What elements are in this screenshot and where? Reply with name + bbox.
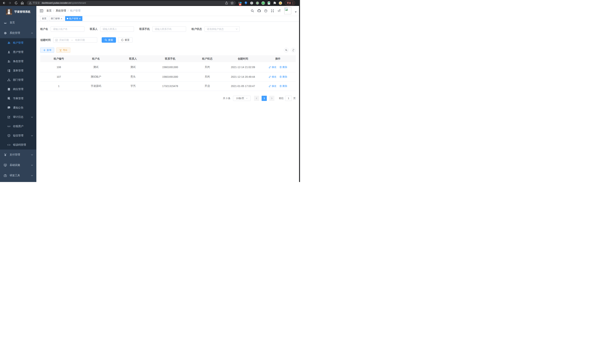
browser-menu-icon[interactable]: [293, 2, 293, 4]
browser-forward-icon[interactable]: [8, 1, 12, 5]
sidebar-item-menus[interactable]: 菜单管理: [0, 66, 36, 75]
user-avatar[interactable]: [284, 7, 291, 14]
goto-page-input[interactable]: [285, 96, 292, 101]
breadcrumb-home[interactable]: 首页: [46, 9, 52, 12]
browser-update-button[interactable]: 更新: [285, 1, 295, 5]
create-time-range-picker[interactable]: 开始日期 - 结束日期: [53, 37, 97, 43]
menu-tree-icon: [7, 69, 10, 72]
delete-button[interactable]: 删除: [279, 75, 287, 78]
tab-tenant[interactable]: 租户管理: [65, 16, 82, 21]
sidebar-item-online-users[interactable]: 在线用户: [0, 122, 36, 131]
org-chart-icon: [7, 78, 10, 82]
extension-command-icon[interactable]: [250, 1, 253, 5]
sidebar-item-audit-log[interactable]: 审计日志: [0, 112, 36, 122]
browser-home-icon[interactable]: [21, 1, 24, 5]
col-tenant-id: 租户编号: [40, 55, 77, 62]
sidebar-item-notice[interactable]: 通知公告: [0, 103, 36, 112]
app-logo-row[interactable]: 芋道管理系统: [0, 6, 36, 18]
browser-back-icon[interactable]: [2, 1, 6, 5]
sidebar-item-system[interactable]: 系统管理: [0, 28, 36, 38]
refresh-table-button[interactable]: [291, 48, 296, 53]
browser-reload-icon[interactable]: [14, 1, 18, 5]
security-label[interactable]: 不安全: [33, 1, 40, 5]
bookmark-star-icon[interactable]: [231, 1, 234, 4]
date-separator: -: [70, 38, 74, 41]
prev-page-button[interactable]: [254, 96, 259, 101]
sidebar-item-error-codes[interactable]: 错误码管理: [0, 140, 36, 149]
monitor-icon: [4, 164, 7, 167]
tenant-name-input[interactable]: [51, 26, 84, 32]
search-icon[interactable]: [251, 9, 254, 12]
extension-badge: 10: [239, 3, 241, 6]
search-button[interactable]: 搜索: [102, 37, 116, 43]
next-page-button[interactable]: [269, 96, 274, 101]
cell-status: 关闭: [189, 62, 226, 72]
contact-label: 联系人: [90, 28, 98, 31]
tab-home[interactable]: 首页: [40, 16, 48, 21]
dictionary-icon: [7, 97, 10, 100]
mobile-input[interactable]: [152, 26, 186, 32]
edit-button[interactable]: 修改: [269, 65, 276, 69]
sidebar-item-label: 通知公告: [13, 106, 23, 110]
sidebar-item-infrastructure[interactable]: 基础设施: [0, 160, 36, 170]
refresh-icon: [292, 49, 294, 51]
status-select[interactable]: 请选择租户状态: [205, 26, 240, 32]
tenant-page: 租户名 联系人 联系手机 租户状态 请选择租户状态: [36, 22, 300, 182]
share-icon[interactable]: [225, 1, 228, 4]
page-size-select[interactable]: 10条/页: [233, 96, 251, 101]
fullscreen-icon[interactable]: [271, 9, 274, 12]
sidebar-item-dict[interactable]: 字典管理: [0, 94, 36, 103]
app-logo: [6, 9, 12, 15]
pencil-icon: [269, 85, 271, 87]
sidebar-item-label: 基础设施: [10, 163, 20, 167]
sidebar-item-departments[interactable]: 部门管理: [0, 75, 36, 84]
add-button[interactable]: 新增: [40, 47, 54, 53]
col-status: 租户状态: [189, 55, 226, 62]
breadcrumb-system[interactable]: 系统管理: [56, 9, 66, 12]
address-bar[interactable]: 不安全 dashboard.yudao.iocoder.cn/system/te…: [27, 1, 236, 5]
edit-button[interactable]: 修改: [269, 84, 276, 88]
contact-input[interactable]: [100, 26, 134, 32]
sidebar-item-users[interactable]: 用户管理: [0, 47, 36, 57]
sidebar-item-payment[interactable]: 支付管理: [0, 149, 36, 160]
current-page-button[interactable]: 1: [262, 96, 267, 101]
page-size-value: 10条/页: [236, 97, 244, 100]
avatar-dropdown-caret[interactable]: [295, 11, 297, 13]
sidebar-item-label: 字典管理: [13, 97, 23, 100]
sidebar-item-home[interactable]: 首页: [0, 18, 36, 28]
font-size-icon[interactable]: [278, 9, 281, 12]
browser-chrome: 不安全 dashboard.yudao.iocoder.cn/system/te…: [0, 0, 300, 6]
close-icon[interactable]: [61, 18, 62, 19]
sidebar: 芋道管理系统 首页 系统管理 租户管理 用户管理 角色管理: [0, 6, 36, 182]
edit-button[interactable]: 修改: [269, 75, 276, 78]
sidebar-item-tenant[interactable]: 租户管理: [0, 38, 36, 47]
end-date-placeholder: 结束日期: [75, 38, 85, 42]
extension-y-icon[interactable]: [262, 1, 265, 5]
delete-button[interactable]: 删除: [279, 84, 287, 88]
search-icon: [285, 49, 287, 51]
extensions-puzzle-icon[interactable]: [273, 1, 276, 5]
pencil-icon: [269, 66, 271, 68]
active-tab-dot: [67, 18, 68, 19]
extension-diamond-icon[interactable]: 10: [238, 1, 242, 5]
github-icon[interactable]: [258, 9, 261, 12]
sidebar-item-posts[interactable]: 岗位管理: [0, 84, 36, 94]
sidebar-collapse-icon[interactable]: [40, 9, 43, 12]
export-button[interactable]: 导出: [56, 47, 70, 53]
profile-avatar-icon[interactable]: [279, 1, 282, 5]
sidebar-item-dev-tools[interactable]: 研发工具: [0, 170, 36, 181]
delete-button[interactable]: 删除: [279, 65, 287, 69]
extension-record-icon[interactable]: [256, 1, 259, 5]
tab-departments[interactable]: 部门管理: [49, 16, 64, 21]
cell-contact: 芋艿: [114, 82, 151, 91]
sidebar-item-sms[interactable]: 短信管理: [0, 131, 36, 140]
reset-button[interactable]: 重置: [118, 37, 132, 43]
extension-flag-icon[interactable]: [267, 1, 271, 5]
cell-contact: 测试: [114, 62, 151, 72]
sidebar-item-roles[interactable]: 角色管理: [0, 57, 36, 66]
extension-balloon-icon[interactable]: [244, 1, 248, 5]
sidebar-item-label: 租户管理: [13, 41, 23, 45]
help-icon[interactable]: [264, 9, 267, 12]
close-icon[interactable]: [79, 18, 81, 19]
show-search-toggle-button[interactable]: [284, 48, 289, 53]
